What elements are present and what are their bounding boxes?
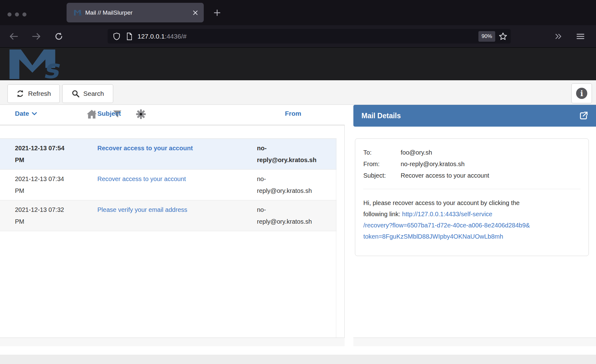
mail-row-date: 2021-12-13 07:34 PM — [0, 173, 97, 197]
overflow-chevrons-icon[interactable] — [552, 31, 564, 42]
mail-list: 2021-12-13 07:54 PM Recover access to yo… — [0, 138, 337, 231]
browser-tab[interactable]: Mail // MailSlurper — [67, 3, 204, 22]
back-button[interactable] — [8, 31, 19, 42]
forward-button[interactable] — [31, 31, 42, 42]
mail-subject-link[interactable]: Recover access to your account — [97, 175, 186, 182]
tab-close-icon[interactable] — [193, 10, 198, 16]
mail-list-header: Date Subject From — [0, 105, 345, 125]
info-circle-icon: i — [576, 88, 587, 99]
column-header-subject[interactable]: Subject — [97, 110, 121, 117]
search-button[interactable]: Search — [62, 84, 113, 103]
mail-subject-link[interactable]: Recover access to your account — [97, 145, 193, 152]
refresh-icon — [16, 90, 24, 98]
browser-tab-strip: Mail // MailSlurper — [0, 0, 596, 25]
search-icon — [72, 90, 80, 98]
mail-body-text: following link: — [363, 211, 402, 217]
mail-row-date: 2021-12-13 07:32 PM — [0, 204, 97, 227]
reload-button[interactable] — [53, 31, 64, 42]
page-info-icon[interactable] — [126, 32, 133, 41]
column-header-date[interactable]: Date — [15, 110, 37, 117]
search-button-label: Search — [83, 90, 104, 97]
svg-text:s: s — [43, 54, 60, 79]
mail-details-header: Mail Details — [353, 105, 596, 127]
column-header-from[interactable]: From — [285, 110, 301, 117]
mail-row-from: no-reply@ory.kratos.sh — [257, 204, 337, 227]
open-external-icon[interactable] — [579, 111, 589, 121]
window-control-dot[interactable] — [22, 12, 26, 16]
horizontal-scrollbar[interactable] — [0, 355, 596, 364]
url-bar[interactable]: 127.0.0.1:4436/# 90% — [108, 29, 511, 44]
to-label: To: — [363, 147, 401, 158]
refresh-button[interactable]: Refresh — [7, 84, 60, 103]
refresh-button-label: Refresh — [28, 90, 51, 97]
mail-row-subject: Recover access to your account — [97, 142, 257, 166]
mail-row-subject: Please verify your email address — [97, 204, 257, 227]
action-toolbar: Refresh Search i — [0, 80, 596, 105]
sort-chevron-down-icon — [32, 112, 37, 115]
url-text[interactable]: 127.0.0.1:4436/# — [137, 33, 478, 40]
detail-from-row: From: no-reply@ory.kratos.sh — [363, 158, 580, 170]
details-footer-strip — [353, 338, 596, 346]
mail-row-from: no-reply@ory.kratos.sh — [257, 142, 337, 166]
window-controls[interactable] — [7, 12, 26, 16]
mail-row-from: no-reply@ory.kratos.sh — [257, 173, 337, 197]
mailslurper-logo[interactable]: s — [7, 49, 71, 79]
column-header-date-label: Date — [15, 110, 29, 117]
panel-divider — [344, 125, 345, 338]
to-value: foo@ory.sh — [401, 147, 432, 158]
mail-row[interactable]: 2021-12-13 07:54 PM Recover access to yo… — [0, 139, 337, 170]
mail-row[interactable]: 2021-12-13 07:34 PM Recover access to yo… — [0, 170, 337, 200]
from-label: From: — [363, 158, 401, 170]
shield-icon[interactable] — [113, 32, 121, 41]
mail-body: Hi, please recover access to your accoun… — [363, 197, 580, 242]
new-tab-button[interactable] — [212, 8, 222, 17]
tab-favicon-mailslurper-icon — [74, 10, 81, 16]
menu-hamburger-icon[interactable] — [575, 31, 586, 42]
zoom-level-badge[interactable]: 90% — [478, 31, 495, 42]
window-control-dot[interactable] — [15, 12, 19, 16]
url-path: :4436/# — [165, 33, 187, 40]
mail-row-subject: Recover access to your account — [97, 173, 257, 197]
subject-label: Subject: — [363, 170, 401, 181]
mail-row[interactable]: 2021-12-13 07:32 PM Please verify your e… — [0, 200, 337, 231]
mail-details-title: Mail Details — [361, 112, 579, 120]
from-value: no-reply@ory.kratos.sh — [401, 158, 465, 170]
mail-body-text: Hi, please recover access to your accoun… — [363, 199, 519, 206]
list-footer-strip — [0, 338, 345, 346]
mail-list-scroll-gutter[interactable] — [336, 138, 336, 338]
detail-subject-row: Subject: Recover access to your account — [363, 170, 580, 181]
app-navbar: s — [0, 47, 596, 80]
mail-details-card: To: foo@ory.sh From: no-reply@ory.kratos… — [355, 138, 589, 256]
browser-navigation-toolbar: 127.0.0.1:4436/# 90% — [0, 25, 596, 47]
mail-subject-link[interactable]: Please verify your email address — [97, 206, 187, 213]
window-control-dot[interactable] — [7, 12, 12, 16]
details-divider — [363, 189, 580, 189]
tab-title: Mail // MailSlurper — [85, 9, 193, 16]
url-host: 127.0.0.1 — [137, 33, 165, 40]
info-button[interactable]: i — [571, 83, 592, 103]
subject-value: Recover access to your account — [401, 170, 489, 181]
bookmark-star-icon[interactable] — [498, 32, 508, 41]
mail-row-date: 2021-12-13 07:54 PM — [0, 142, 97, 166]
detail-to-row: To: foo@ory.sh — [363, 147, 580, 158]
